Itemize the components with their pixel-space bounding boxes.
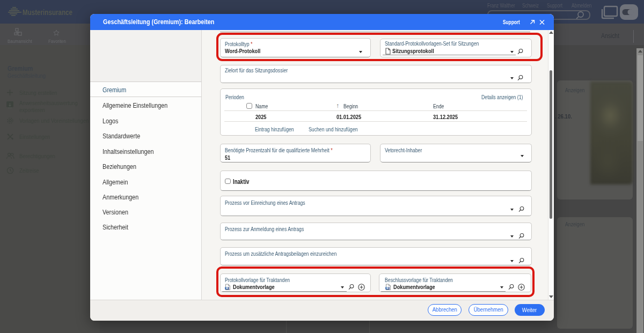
- svg-text:W: W: [225, 287, 228, 290]
- svg-text:W: W: [386, 287, 389, 290]
